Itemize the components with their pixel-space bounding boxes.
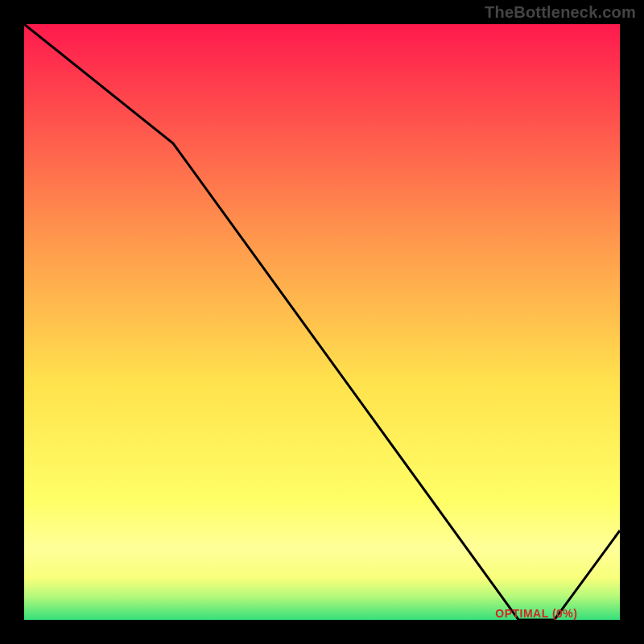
- chart-frame: TheBottleneck.com OPTIMAL (0%): [0, 0, 644, 644]
- gradient-background: [24, 24, 620, 620]
- chart-svg: [24, 24, 620, 620]
- plot-area: [24, 24, 620, 620]
- optimal-label: OPTIMAL (0%): [495, 607, 577, 620]
- watermark-text: TheBottleneck.com: [485, 3, 636, 22]
